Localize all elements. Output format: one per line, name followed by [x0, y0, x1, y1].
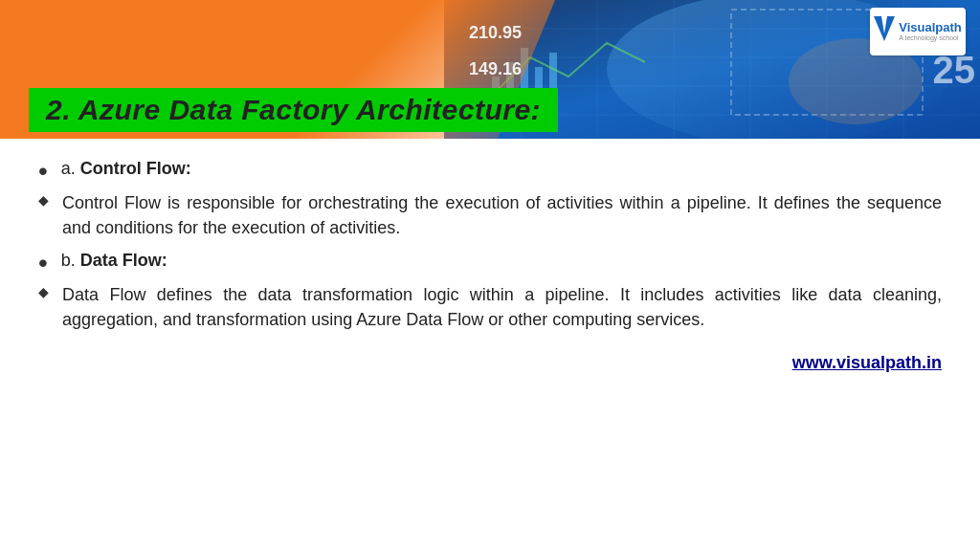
section-b-title: Data Flow: — [80, 251, 167, 270]
bullet-b-dot: • — [38, 250, 48, 276]
main-content: • a. Control Flow: ◆ Control Flow is res… — [0, 139, 980, 347]
logo-container: Visualpath A technology school — [870, 8, 966, 55]
logo-text-block: Visualpath A technology school — [899, 21, 962, 42]
bullet-data-flow-dot: ◆ — [38, 285, 49, 298]
section-b-heading: • b. Data Flow: — [38, 248, 942, 276]
stock-num-1: 210.95 — [469, 23, 522, 43]
section-b-label: b. Data Flow: — [61, 248, 942, 273]
page-title: 2. Azure Data Factory Architecture: — [46, 94, 541, 126]
control-flow-text: Control Flow is responsible for orchestr… — [62, 190, 942, 240]
website-link[interactable]: www.visualpath.in — [792, 353, 942, 372]
control-flow-description: ◆ Control Flow is responsible for orches… — [38, 190, 942, 240]
svg-marker-19 — [874, 16, 895, 41]
logo-letter — [874, 16, 895, 47]
title-highlight-box: 2. Azure Data Factory Architecture: — [29, 88, 558, 132]
data-flow-text: Data Flow defines the data transformatio… — [62, 282, 942, 332]
section-a-label: a. Control Flow: — [61, 156, 942, 181]
logo-name: Visualpath — [899, 21, 962, 34]
bullet-control-flow-dot: ◆ — [38, 193, 49, 207]
header-section: 210.95 149.16 23.26 25 2. Azure Data Fac… — [0, 0, 980, 139]
section-a-heading: • a. Control Flow: — [38, 156, 942, 185]
stock-num-2: 149.16 — [469, 59, 522, 79]
bullet-a-dot: • — [38, 158, 48, 185]
section-a-title: Control Flow: — [80, 159, 191, 178]
logo-subtitle: A technology school — [899, 34, 962, 42]
data-flow-description: ◆ Data Flow defines the data transformat… — [38, 282, 942, 332]
title-bar: 2. Azure Data Factory Architecture: — [0, 81, 980, 139]
website-link-container: www.visualpath.in — [0, 353, 980, 373]
